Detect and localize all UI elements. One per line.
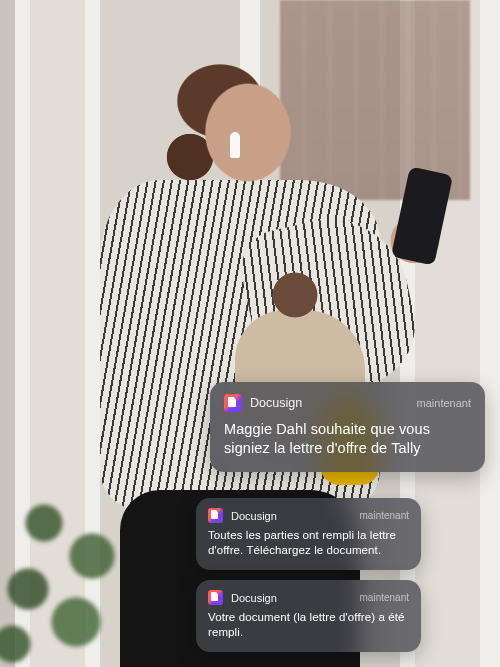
docusign-app-icon	[208, 508, 223, 523]
notification-app-name: Docusign	[231, 592, 277, 604]
person-illustration	[80, 30, 380, 667]
notification-card[interactable]: Docusign maintenant Maggie Dahl souhaite…	[210, 382, 485, 472]
notification-app-name: Docusign	[250, 396, 302, 410]
notification-app-name: Docusign	[231, 510, 277, 522]
docusign-app-icon	[224, 394, 242, 412]
notification-time: maintenant	[360, 510, 409, 521]
notification-message: Maggie Dahl souhaite que vous signiez la…	[224, 420, 471, 458]
notification-header: Docusign maintenant	[208, 508, 409, 523]
notification-message: Toutes les parties ont rempli la lettre …	[208, 528, 409, 558]
notification-header: Docusign maintenant	[208, 590, 409, 605]
notification-card[interactable]: Docusign maintenant Votre document (la l…	[196, 580, 421, 652]
notification-message: Votre document (la lettre d'offre) a été…	[208, 610, 409, 640]
notification-card[interactable]: Docusign maintenant Toutes les parties o…	[196, 498, 421, 570]
notification-time: maintenant	[360, 592, 409, 603]
notification-time: maintenant	[417, 397, 471, 409]
notification-header: Docusign maintenant	[224, 394, 471, 412]
docusign-app-icon	[208, 590, 223, 605]
